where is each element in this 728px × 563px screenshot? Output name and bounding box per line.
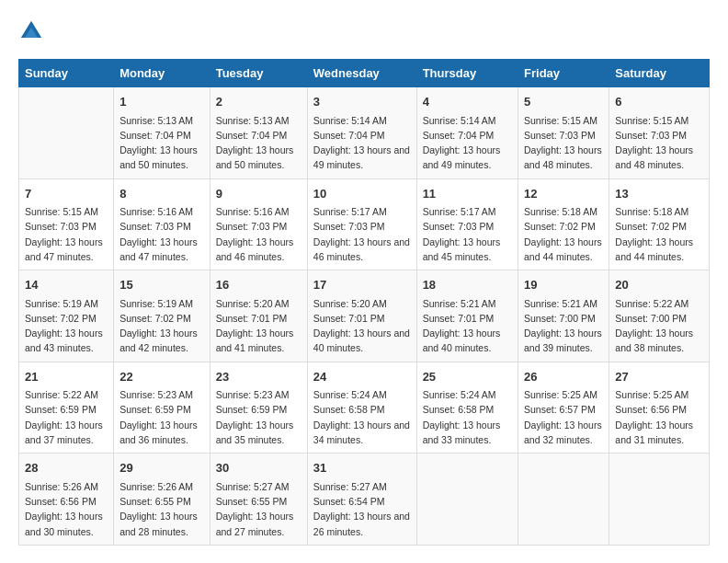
cell-info: Sunrise: 5:13 AMSunset: 7:04 PMDaylight:… (119, 113, 204, 173)
day-number: 5 (524, 93, 603, 111)
day-number: 8 (119, 185, 204, 203)
day-number: 28 (25, 459, 108, 477)
calendar-cell: 31Sunrise: 5:27 AMSunset: 6:54 PMDayligh… (307, 454, 416, 546)
week-row-3: 14Sunrise: 5:19 AMSunset: 7:02 PMDayligh… (19, 270, 710, 362)
calendar-cell: 11Sunrise: 5:17 AMSunset: 7:03 PMDayligh… (416, 178, 518, 270)
day-number: 18 (423, 276, 512, 294)
day-number: 30 (216, 459, 301, 477)
calendar-cell: 8Sunrise: 5:16 AMSunset: 7:03 PMDaylight… (114, 178, 210, 270)
calendar-cell: 7Sunrise: 5:15 AMSunset: 7:03 PMDaylight… (19, 178, 114, 270)
calendar-cell: 23Sunrise: 5:23 AMSunset: 6:59 PMDayligh… (210, 362, 307, 454)
calendar-cell (19, 87, 114, 179)
calendar-cell: 18Sunrise: 5:21 AMSunset: 7:01 PMDayligh… (416, 270, 518, 362)
cell-info: Sunrise: 5:24 AMSunset: 6:58 PMDaylight:… (423, 387, 512, 447)
cell-info: Sunrise: 5:17 AMSunset: 7:03 PMDaylight:… (313, 204, 411, 264)
week-row-1: 1Sunrise: 5:13 AMSunset: 7:04 PMDaylight… (19, 87, 710, 179)
cell-info: Sunrise: 5:18 AMSunset: 7:02 PMDaylight:… (615, 204, 703, 264)
calendar-cell: 27Sunrise: 5:25 AMSunset: 6:56 PMDayligh… (609, 362, 710, 454)
calendar-cell: 6Sunrise: 5:15 AMSunset: 7:03 PMDaylight… (609, 87, 710, 179)
cell-info: Sunrise: 5:19 AMSunset: 7:02 PMDaylight:… (25, 296, 108, 356)
calendar-table: SundayMondayTuesdayWednesdayThursdayFrid… (18, 59, 710, 546)
day-number: 31 (313, 459, 411, 477)
day-number: 7 (25, 185, 108, 203)
day-number: 25 (423, 368, 512, 386)
day-number: 29 (119, 459, 204, 477)
calendar-cell (416, 454, 518, 546)
cell-info: Sunrise: 5:19 AMSunset: 7:02 PMDaylight:… (119, 296, 204, 356)
col-header-sunday: Sunday (19, 60, 114, 87)
day-number: 21 (25, 368, 108, 386)
calendar-cell: 22Sunrise: 5:23 AMSunset: 6:59 PMDayligh… (114, 362, 210, 454)
cell-info: Sunrise: 5:14 AMSunset: 7:04 PMDaylight:… (313, 113, 411, 173)
calendar-cell (609, 454, 710, 546)
day-number: 23 (216, 368, 301, 386)
day-number: 24 (313, 368, 411, 386)
calendar-cell: 26Sunrise: 5:25 AMSunset: 6:57 PMDayligh… (518, 362, 609, 454)
calendar-cell: 28Sunrise: 5:26 AMSunset: 6:56 PMDayligh… (19, 454, 114, 546)
cell-info: Sunrise: 5:22 AMSunset: 6:59 PMDaylight:… (25, 387, 108, 447)
week-row-4: 21Sunrise: 5:22 AMSunset: 6:59 PMDayligh… (19, 362, 710, 454)
col-header-tuesday: Tuesday (210, 60, 307, 87)
cell-info: Sunrise: 5:18 AMSunset: 7:02 PMDaylight:… (524, 204, 603, 264)
day-number: 12 (524, 185, 603, 203)
calendar-cell: 12Sunrise: 5:18 AMSunset: 7:02 PMDayligh… (518, 178, 609, 270)
calendar-cell: 14Sunrise: 5:19 AMSunset: 7:02 PMDayligh… (19, 270, 114, 362)
calendar-cell: 25Sunrise: 5:24 AMSunset: 6:58 PMDayligh… (416, 362, 518, 454)
calendar-cell (518, 454, 609, 546)
calendar-cell: 3Sunrise: 5:14 AMSunset: 7:04 PMDaylight… (307, 87, 416, 179)
calendar-cell: 15Sunrise: 5:19 AMSunset: 7:02 PMDayligh… (114, 270, 210, 362)
cell-info: Sunrise: 5:17 AMSunset: 7:03 PMDaylight:… (423, 204, 512, 264)
calendar-cell: 17Sunrise: 5:20 AMSunset: 7:01 PMDayligh… (307, 270, 416, 362)
cell-info: Sunrise: 5:27 AMSunset: 6:55 PMDaylight:… (216, 479, 301, 539)
cell-info: Sunrise: 5:15 AMSunset: 7:03 PMDaylight:… (615, 113, 703, 173)
cell-info: Sunrise: 5:23 AMSunset: 6:59 PMDaylight:… (216, 387, 301, 447)
cell-info: Sunrise: 5:25 AMSunset: 6:57 PMDaylight:… (524, 387, 603, 447)
day-number: 2 (216, 93, 301, 111)
day-number: 15 (119, 276, 204, 294)
calendar-cell: 24Sunrise: 5:24 AMSunset: 6:58 PMDayligh… (307, 362, 416, 454)
logo (18, 18, 48, 44)
cell-info: Sunrise: 5:26 AMSunset: 6:56 PMDaylight:… (25, 479, 108, 539)
week-row-2: 7Sunrise: 5:15 AMSunset: 7:03 PMDaylight… (19, 178, 710, 270)
day-number: 4 (423, 93, 512, 111)
day-number: 16 (216, 276, 301, 294)
day-number: 3 (313, 93, 411, 111)
cell-info: Sunrise: 5:13 AMSunset: 7:04 PMDaylight:… (216, 113, 301, 173)
calendar-cell: 16Sunrise: 5:20 AMSunset: 7:01 PMDayligh… (210, 270, 307, 362)
cell-info: Sunrise: 5:21 AMSunset: 7:00 PMDaylight:… (524, 296, 603, 356)
calendar-cell: 5Sunrise: 5:15 AMSunset: 7:03 PMDaylight… (518, 87, 609, 179)
cell-info: Sunrise: 5:15 AMSunset: 7:03 PMDaylight:… (524, 113, 603, 173)
calendar-cell: 4Sunrise: 5:14 AMSunset: 7:04 PMDaylight… (416, 87, 518, 179)
calendar-cell: 9Sunrise: 5:16 AMSunset: 7:03 PMDaylight… (210, 178, 307, 270)
col-header-wednesday: Wednesday (307, 60, 416, 87)
cell-info: Sunrise: 5:26 AMSunset: 6:55 PMDaylight:… (119, 479, 204, 539)
day-number: 1 (119, 93, 204, 111)
day-number: 26 (524, 368, 603, 386)
day-number: 19 (524, 276, 603, 294)
col-header-monday: Monday (114, 60, 210, 87)
calendar-cell: 21Sunrise: 5:22 AMSunset: 6:59 PMDayligh… (19, 362, 114, 454)
cell-info: Sunrise: 5:14 AMSunset: 7:04 PMDaylight:… (423, 113, 512, 173)
logo-icon (18, 18, 44, 44)
col-header-saturday: Saturday (609, 60, 710, 87)
day-number: 10 (313, 185, 411, 203)
cell-info: Sunrise: 5:16 AMSunset: 7:03 PMDaylight:… (216, 204, 301, 264)
cell-info: Sunrise: 5:15 AMSunset: 7:03 PMDaylight:… (25, 204, 108, 264)
cell-info: Sunrise: 5:22 AMSunset: 7:00 PMDaylight:… (615, 296, 703, 356)
cell-info: Sunrise: 5:16 AMSunset: 7:03 PMDaylight:… (119, 204, 204, 264)
day-number: 9 (216, 185, 301, 203)
day-number: 14 (25, 276, 108, 294)
cell-info: Sunrise: 5:20 AMSunset: 7:01 PMDaylight:… (216, 296, 301, 356)
page-header (18, 18, 710, 44)
cell-info: Sunrise: 5:20 AMSunset: 7:01 PMDaylight:… (313, 296, 411, 356)
week-row-5: 28Sunrise: 5:26 AMSunset: 6:56 PMDayligh… (19, 454, 710, 546)
day-number: 11 (423, 185, 512, 203)
calendar-cell: 29Sunrise: 5:26 AMSunset: 6:55 PMDayligh… (114, 454, 210, 546)
cell-info: Sunrise: 5:24 AMSunset: 6:58 PMDaylight:… (313, 387, 411, 447)
calendar-cell: 10Sunrise: 5:17 AMSunset: 7:03 PMDayligh… (307, 178, 416, 270)
day-number: 17 (313, 276, 411, 294)
calendar-cell: 2Sunrise: 5:13 AMSunset: 7:04 PMDaylight… (210, 87, 307, 179)
cell-info: Sunrise: 5:23 AMSunset: 6:59 PMDaylight:… (119, 387, 204, 447)
cell-info: Sunrise: 5:27 AMSunset: 6:54 PMDaylight:… (313, 479, 411, 539)
calendar-cell: 20Sunrise: 5:22 AMSunset: 7:00 PMDayligh… (609, 270, 710, 362)
